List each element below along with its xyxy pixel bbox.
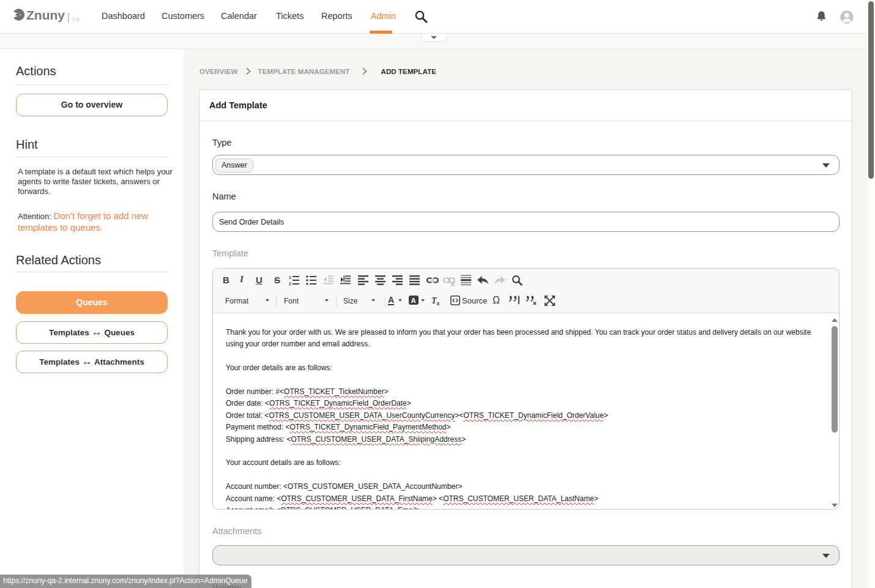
svg-text:A: A bbox=[411, 297, 415, 304]
svg-text:2: 2 bbox=[289, 281, 291, 285]
svg-text:1: 1 bbox=[289, 275, 291, 280]
svg-text:Znuny: Znuny bbox=[26, 8, 65, 22]
